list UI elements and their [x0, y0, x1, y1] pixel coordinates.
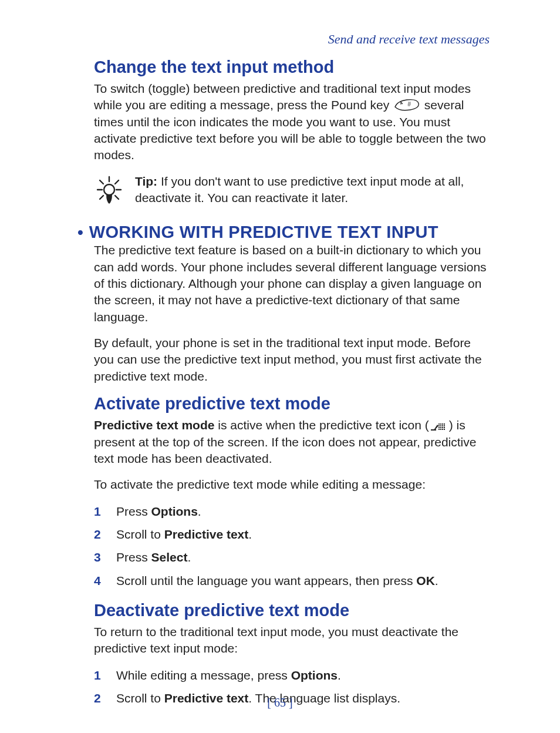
svg-rect-15 — [440, 425, 441, 426]
svg-rect-18 — [438, 427, 440, 428]
text: . — [435, 574, 438, 587]
svg-rect-10 — [438, 423, 440, 425]
predictive-text-icon — [430, 419, 448, 435]
chapter-header: Send and receive text messages — [94, 32, 490, 47]
svg-rect-12 — [442, 423, 443, 425]
text-bold: OK — [416, 574, 435, 587]
pound-key-icon: # — [394, 99, 420, 116]
svg-line-2 — [100, 180, 103, 184]
list-item: Press Options. — [94, 503, 490, 520]
section-heading-row: • WORKING WITH PREDICTIVE TEXT INPUT — [77, 223, 490, 242]
list-item: Press Select. — [94, 549, 490, 566]
heading-deactivate-predictive: Deactivate predictive text mode — [94, 601, 490, 620]
bullet-icon: • — [77, 224, 85, 241]
tip-block: Tip: If you don't want to use predictive… — [94, 173, 490, 207]
svg-rect-14 — [438, 425, 440, 426]
tip-text: Tip: If you don't want to use predictive… — [135, 173, 490, 207]
svg-rect-21 — [444, 427, 445, 428]
list-item: While editing a message, press Options. — [94, 667, 490, 684]
tip-label: Tip: — [135, 174, 157, 188]
paragraph: To return to the traditional text input … — [94, 624, 490, 657]
text: While editing a message, press — [116, 668, 291, 682]
text: . — [187, 550, 191, 564]
svg-text:#: # — [407, 101, 411, 107]
heading-working-predictive: WORKING WITH PREDICTIVE TEXT INPUT — [89, 223, 438, 242]
svg-rect-16 — [442, 425, 443, 426]
text-bold: Predictive text mode — [94, 418, 214, 432]
list-item: Scroll until the language you want appea… — [94, 572, 490, 589]
svg-rect-19 — [440, 427, 441, 428]
text: Scroll to — [116, 527, 164, 541]
paragraph: The predictive text feature is based on … — [94, 242, 490, 325]
text: is active when the predictive text icon … — [214, 418, 429, 432]
text: Press — [116, 550, 151, 564]
text-bold: Predictive text — [164, 527, 249, 541]
text: . — [248, 527, 252, 541]
svg-rect-22 — [438, 429, 440, 430]
manual-page: Send and receive text messages Change th… — [0, 0, 560, 733]
text: If you don't want to use predictive text… — [135, 174, 464, 204]
text-bold: Options — [151, 505, 198, 518]
paragraph: To activate the predictive text mode whi… — [94, 476, 490, 493]
svg-line-7 — [115, 196, 119, 199]
svg-rect-25 — [444, 429, 445, 430]
svg-point-8 — [104, 184, 114, 195]
svg-line-6 — [100, 196, 103, 199]
paragraph: Predictive text mode is active when the … — [94, 417, 490, 467]
text-bold: Select — [151, 550, 188, 564]
tip-icon — [94, 173, 124, 206]
text: Press — [116, 505, 151, 518]
svg-rect-13 — [444, 423, 445, 425]
svg-rect-24 — [442, 429, 443, 430]
list-item: Scroll to Predictive text. — [94, 526, 490, 543]
page-number: [ 65 ] — [0, 696, 560, 710]
svg-rect-11 — [440, 423, 441, 425]
heading-change-input-method: Change the text input method — [94, 58, 490, 77]
paragraph: By default, your phone is set in the tra… — [94, 335, 490, 385]
svg-rect-20 — [442, 427, 443, 428]
text: . — [338, 668, 341, 682]
activate-steps-list: Press Options. Scroll to Predictive text… — [94, 503, 490, 590]
svg-rect-17 — [444, 425, 445, 426]
svg-rect-23 — [440, 429, 441, 430]
text: Scroll until the language you want appea… — [116, 574, 416, 587]
paragraph: To switch (toggle) between predictive an… — [94, 80, 490, 164]
heading-activate-predictive: Activate predictive text mode — [94, 394, 490, 413]
svg-line-3 — [115, 180, 119, 184]
text-bold: Options — [291, 668, 338, 682]
text: . — [198, 505, 201, 518]
